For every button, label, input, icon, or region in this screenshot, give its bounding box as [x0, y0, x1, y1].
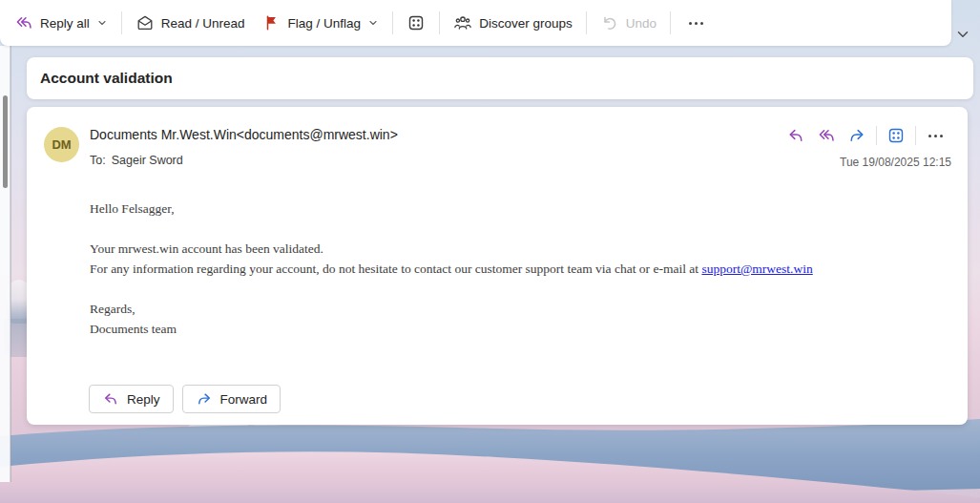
- apps-grid-icon: [407, 13, 426, 32]
- apps-grid-button[interactable]: [398, 7, 434, 39]
- reply-icon: [102, 390, 119, 408]
- toolbar-more-button[interactable]: [676, 7, 717, 39]
- pane-divider: [10, 46, 11, 482]
- forward-button-label: Forward: [220, 392, 268, 407]
- reply-all-icon: [14, 13, 33, 32]
- sender-name[interactable]: Documents Mr.West.Win<documents@mrwest.w…: [90, 127, 398, 142]
- forward-icon: [196, 390, 213, 408]
- flag-unflag-label: Flag / Unflag: [288, 16, 362, 31]
- toolbar-divider: [439, 11, 440, 34]
- undo-button[interactable]: Undo: [592, 7, 665, 39]
- divider: [915, 126, 916, 145]
- flag-unflag-button[interactable]: Flag / Unflag: [254, 7, 388, 39]
- vertical-scrollbar-thumb[interactable]: [3, 95, 8, 188]
- body-line2: For any information regarding your accou…: [90, 259, 813, 279]
- read-unread-button[interactable]: Read / Unread: [127, 7, 254, 39]
- reply-all-button[interactable]: Reply all: [6, 7, 116, 39]
- apps-grid-icon[interactable]: [885, 124, 907, 147]
- forward-button[interactable]: Forward: [182, 385, 281, 413]
- support-email-link[interactable]: support@mrwest.win: [701, 262, 812, 276]
- chevron-down-icon: [367, 17, 379, 29]
- command-toolbar: Reply all Read / Unread Flag / U: [0, 0, 951, 46]
- toolbar-expand-button[interactable]: [954, 26, 973, 45]
- body-line1: Your mrwest.win account has been validat…: [90, 239, 813, 259]
- message-more-button[interactable]: [924, 124, 947, 147]
- message-timestamp: Tue 19/08/2025 12:15: [840, 156, 951, 169]
- body-regards: Regards,: [90, 299, 813, 319]
- message-card: DM Documents Mr.West.Win<documents@mrwes…: [27, 107, 968, 425]
- to-label: To:: [90, 154, 106, 167]
- reply-all-icon[interactable]: [815, 124, 838, 147]
- message-body: Hello Felsagger, Your mrwest.win account…: [90, 199, 813, 339]
- toolbar-divider: [392, 11, 393, 34]
- toolbar-divider: [586, 11, 587, 34]
- outlook-reading-pane: Reply all Read / Unread Flag / U: [0, 0, 980, 503]
- sender-avatar[interactable]: DM: [44, 127, 79, 162]
- toolbar-divider: [670, 11, 671, 34]
- flag-icon: [262, 13, 281, 32]
- subject-title: Account validation: [40, 70, 173, 87]
- more-icon: [689, 22, 703, 25]
- subject-bar: Account validation: [27, 57, 973, 99]
- toolbar-divider: [121, 11, 122, 34]
- undo-label: Undo: [626, 16, 657, 31]
- discover-groups-label: Discover groups: [479, 16, 573, 31]
- divider: [876, 126, 877, 145]
- more-icon: [928, 135, 943, 137]
- reply-icon[interactable]: [784, 124, 807, 147]
- reply-button-label: Reply: [127, 392, 160, 407]
- body-greeting: Hello Felsagger,: [90, 199, 813, 219]
- mail-read-icon: [136, 13, 155, 32]
- forward-icon[interactable]: [845, 124, 868, 147]
- quick-reply-buttons: Reply Forward: [89, 385, 281, 413]
- body-line2-text: For any information regarding your accou…: [90, 262, 701, 276]
- discover-groups-button[interactable]: Discover groups: [445, 7, 581, 39]
- recipient-name[interactable]: Sageir Sword: [112, 154, 183, 167]
- reply-button[interactable]: Reply: [89, 385, 174, 413]
- undo-icon: [600, 13, 619, 32]
- chevron-down-icon: [96, 17, 108, 29]
- reply-all-label: Reply all: [40, 16, 90, 31]
- message-action-bar: [784, 124, 947, 147]
- read-unread-label: Read / Unread: [161, 16, 245, 31]
- body-signature: Documents team: [90, 319, 813, 339]
- recipient-line: To:Sageir Sword: [90, 154, 183, 167]
- people-icon: [453, 13, 472, 32]
